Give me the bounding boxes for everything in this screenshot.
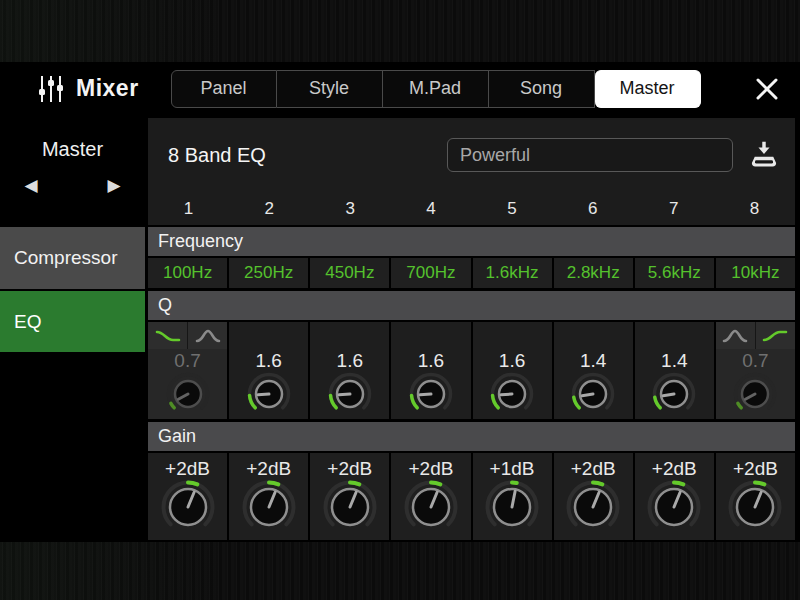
tab-master[interactable]: Master — [595, 70, 701, 108]
eq-header: 8 Band EQ Powerful — [148, 118, 795, 192]
q-band-cell[interactable]: 1.6 — [391, 322, 470, 419]
gain-knob[interactable] — [241, 479, 297, 535]
gain-value: +2dB — [571, 458, 616, 479]
frequency-value-cell[interactable]: 450Hz — [310, 258, 389, 288]
title-bar: Mixer PanelStyleM.PadSongMaster — [0, 62, 800, 115]
gain-knob[interactable] — [565, 479, 621, 535]
q-knob[interactable] — [570, 371, 616, 417]
sidebar: Master ◀ ▶ Compressor EQ — [0, 118, 145, 542]
gain-value: +2dB — [246, 458, 291, 479]
frequency-value-cell[interactable]: 100Hz — [148, 258, 227, 288]
gain-value: +2dB — [165, 458, 210, 479]
gain-knob[interactable] — [646, 479, 702, 535]
band-number-5: 5 — [472, 192, 553, 225]
close-button[interactable] — [754, 76, 780, 102]
gain-value: +2dB — [408, 458, 453, 479]
part-selector: Master ◀ ▶ — [0, 118, 145, 225]
filter-low-shelf-button[interactable] — [148, 322, 187, 349]
tab-bar: PanelStyleM.PadSongMaster — [171, 70, 701, 108]
filter-low-shelf-icon — [155, 328, 181, 344]
q-value: 0.7 — [174, 350, 200, 371]
filter-peak-icon — [195, 328, 221, 344]
q-value: 1.6 — [418, 350, 444, 371]
band-number-4: 4 — [391, 192, 472, 225]
frequency-value-cell[interactable]: 5.6kHz — [635, 258, 714, 288]
q-band-cell[interactable]: 1.6 — [229, 322, 308, 419]
band-number-7: 7 — [633, 192, 714, 225]
tab-panel[interactable]: Panel — [171, 70, 277, 108]
title-group: Mixer — [38, 74, 139, 104]
frequency-value-cell[interactable]: 1.6kHz — [473, 258, 552, 288]
q-band-cell[interactable]: 0.7 — [148, 322, 227, 419]
gain-band-cell[interactable]: +2dB — [716, 453, 795, 540]
frequency-value-cell[interactable]: 700Hz — [391, 258, 470, 288]
q-value: 1.6 — [255, 350, 281, 371]
band-numbers-row: 12345678 — [148, 192, 795, 225]
gain-knob[interactable] — [727, 479, 783, 535]
q-knob[interactable] — [651, 371, 697, 417]
frequency-value-cell[interactable]: 2.8kHz — [554, 258, 633, 288]
gain-value: +2dB — [733, 458, 778, 479]
q-knob[interactable] — [246, 371, 292, 417]
gain-band-cell[interactable]: +2dB — [391, 453, 470, 540]
prev-arrow-icon[interactable]: ◀ — [25, 177, 38, 194]
q-section-bar: Q — [148, 291, 795, 320]
gain-knob[interactable] — [403, 479, 459, 535]
filter-type-selector — [148, 322, 227, 349]
dialog-body: Master ◀ ▶ Compressor EQ 8 Band EQ Power… — [0, 118, 800, 542]
mixer-faders-icon — [38, 74, 64, 104]
filter-peak-icon — [722, 328, 748, 344]
gain-band-cell[interactable]: +2dB — [229, 453, 308, 540]
tab-mpad[interactable]: M.Pad — [383, 70, 489, 108]
gain-knob[interactable] — [322, 479, 378, 535]
q-value: 1.6 — [499, 350, 525, 371]
part-selector-arrows: ◀ ▶ — [25, 177, 121, 194]
frequency-section-bar: Frequency — [148, 227, 795, 256]
gain-band-cell[interactable]: +2dB — [310, 453, 389, 540]
gain-knob[interactable] — [160, 479, 216, 535]
q-band-cell[interactable]: 0.7 — [716, 322, 795, 419]
q-band-cell[interactable]: 1.4 — [554, 322, 633, 419]
part-selector-label: Master — [42, 138, 103, 161]
q-knob[interactable] — [327, 371, 373, 417]
preset-selector[interactable]: Powerful — [447, 138, 733, 172]
q-knob[interactable] — [408, 371, 454, 417]
mixer-dialog: Mixer PanelStyleM.PadSongMaster Master ◀… — [0, 62, 800, 542]
gain-band-cell[interactable]: +1dB — [473, 453, 552, 540]
filter-high-shelf-button[interactable] — [756, 322, 795, 349]
q-band-cell[interactable]: 1.4 — [635, 322, 714, 419]
frequency-row: 100Hz250Hz450Hz700Hz1.6kHz2.8kHz5.6kHz10… — [148, 258, 795, 288]
save-button[interactable] — [749, 140, 779, 170]
q-band-cell[interactable]: 1.6 — [473, 322, 552, 419]
sidebar-item-eq[interactable]: EQ — [0, 291, 145, 352]
gain-value: +2dB — [652, 458, 697, 479]
sidebar-item-compressor[interactable]: Compressor — [0, 227, 145, 289]
frequency-value-cell[interactable]: 10kHz — [716, 258, 795, 288]
q-knob[interactable] — [732, 371, 778, 417]
filter-peak-button[interactable] — [188, 322, 227, 349]
frequency-value-cell[interactable]: 250Hz — [229, 258, 308, 288]
next-arrow-icon[interactable]: ▶ — [107, 177, 120, 194]
gain-knob[interactable] — [484, 479, 540, 535]
q-knob[interactable] — [489, 371, 535, 417]
filter-high-shelf-icon — [762, 328, 788, 344]
gain-value: +2dB — [327, 458, 372, 479]
save-icon — [749, 140, 779, 170]
band-number-3: 3 — [310, 192, 391, 225]
tab-style[interactable]: Style — [277, 70, 383, 108]
close-icon — [754, 76, 780, 102]
band-number-2: 2 — [229, 192, 310, 225]
gain-row: +2dB+2dB+2dB+2dB+1dB+2dB+2dB+2dB — [148, 453, 795, 540]
q-value: 0.7 — [742, 350, 768, 371]
q-value: 1.6 — [337, 350, 363, 371]
gain-band-cell[interactable]: +2dB — [148, 453, 227, 540]
gain-band-cell[interactable]: +2dB — [554, 453, 633, 540]
window-title: Mixer — [76, 75, 139, 102]
q-knob[interactable] — [165, 371, 211, 417]
gain-band-cell[interactable]: +2dB — [635, 453, 714, 540]
tab-song[interactable]: Song — [489, 70, 595, 108]
band-number-1: 1 — [148, 192, 229, 225]
filter-peak-button[interactable] — [716, 322, 755, 349]
q-value: 1.4 — [580, 350, 606, 371]
q-band-cell[interactable]: 1.6 — [310, 322, 389, 419]
